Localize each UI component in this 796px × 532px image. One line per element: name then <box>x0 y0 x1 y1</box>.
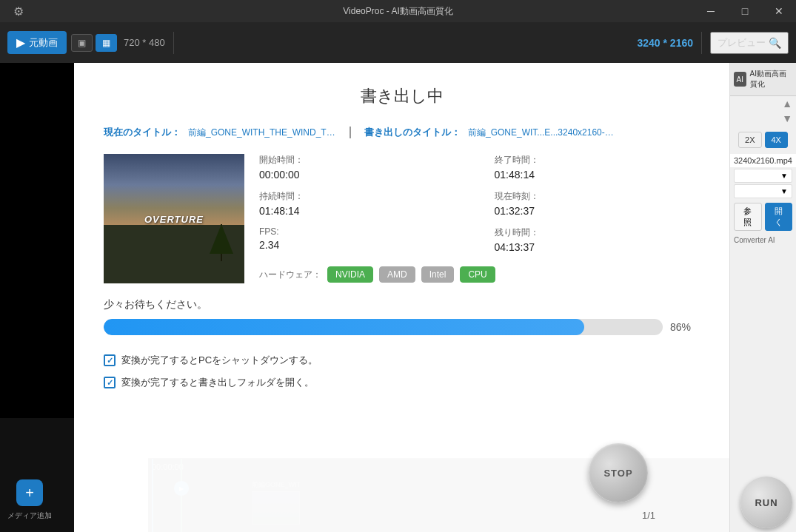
scroll-down-button[interactable]: ▼ <box>730 111 796 126</box>
progress-wrapper: 86% <box>104 319 700 335</box>
output-file-row: 3240x2160.mp4 <box>730 154 796 167</box>
checkbox-row-2[interactable]: 変換が完了すると書き出しフォルダを開く。 <box>104 376 700 389</box>
export-dialog: 書き出し中 現在のタイトル： 前編_GONE_WITH_THE_WIND_T1.… <box>74 63 729 532</box>
fps-item: FPS: 2.34 <box>259 226 465 254</box>
remaining-time-label: 残り時間： <box>495 226 700 239</box>
toggle-btn-1[interactable]: ▣ <box>71 34 93 52</box>
resolution-original: ▣ ▦ 720 * 480 <box>71 34 165 52</box>
output-title-label: 書き出しのタイトル： <box>364 126 461 139</box>
run-button[interactable]: RUN <box>740 477 792 528</box>
video-icon: ▶ <box>16 36 25 50</box>
original-resolution: 720 * 480 <box>124 37 165 48</box>
dialog-title: 書き出し中 <box>104 85 700 107</box>
toolbar-separator <box>173 32 174 54</box>
info-section: OVERTURE 開始時間： 00:00:00 終了時間： 01:48:14 持… <box>104 154 700 283</box>
maximize-button[interactable]: □ <box>728 0 762 22</box>
output-dropdown-2[interactable]: ▼ <box>734 184 792 198</box>
open-button[interactable]: 開く <box>765 203 793 231</box>
settings-icon: ⚙ <box>13 4 24 18</box>
hardware-label: ハードウェア： <box>259 269 321 281</box>
sidebar-header: AI AI動画高画質化 <box>730 63 796 96</box>
duration-item: 持続時間： 01:48:14 <box>259 190 465 218</box>
toolbar: ▶ 元動画 ▣ ▦ 720 * 480 3240 * 2160 プレビュー 🔍 <box>0 22 796 63</box>
page-counter: 1/1 <box>642 510 655 521</box>
info-grid: 開始時間： 00:00:00 終了時間： 01:48:14 持続時間： 01:4… <box>259 154 700 283</box>
fps-label: FPS: <box>259 226 465 237</box>
plus-icon: + <box>25 485 34 502</box>
toggle-btn-2[interactable]: ▦ <box>96 34 117 52</box>
source-video-button[interactable]: ▶ 元動画 <box>7 31 67 54</box>
minimize-button[interactable]: ─ <box>694 0 728 22</box>
settings-button[interactable]: ⚙ <box>7 0 30 22</box>
cpu-button[interactable]: CPU <box>460 266 495 283</box>
amd-button[interactable]: AMD <box>379 266 415 283</box>
duration-label: 持続時間： <box>259 190 465 203</box>
converter-label: Converter AI <box>730 234 796 246</box>
source-video-label: 元動画 <box>29 36 58 50</box>
waiting-text: 少々お待ちください。 <box>104 298 700 312</box>
dialog-content: 書き出し中 現在のタイトル： 前編_GONE_WITH_THE_WIND_T1.… <box>74 63 729 411</box>
ai-title: AI動画高画質化 <box>750 69 792 90</box>
media-add-icon: + <box>16 479 43 506</box>
thumbnail-tree <box>221 224 222 261</box>
title-separator <box>349 127 351 138</box>
shutdown-checkbox[interactable] <box>104 354 116 366</box>
end-time-label: 終了時間： <box>495 154 700 166</box>
start-time-item: 開始時間： 00:00:00 <box>259 154 465 181</box>
start-time-value: 00:00:00 <box>259 169 465 181</box>
chevron-down-icon-2: ▼ <box>780 187 788 195</box>
scroll-up-button[interactable]: ▲ <box>730 96 796 111</box>
fps-value: 2.34 <box>259 239 465 251</box>
left-panel: + メディア追加 <box>0 63 74 532</box>
toolbar-separator-2 <box>701 32 702 54</box>
title-bar: ⚙ VideoProc - AI動画高画質化 ─ □ ✕ <box>0 0 796 22</box>
scale-4x-button[interactable]: 4X <box>765 132 788 148</box>
media-add-button[interactable]: + メディア追加 <box>7 479 52 521</box>
thumbnail-overlay-text: OVERTURE <box>144 213 204 224</box>
chevron-down-icon: ▼ <box>780 172 788 180</box>
open-folder-label: 変換が完了すると書き出しフォルダを開く。 <box>121 376 314 389</box>
scale-2x-button[interactable]: 2X <box>738 132 761 148</box>
scale-btn-row: 2X 4X <box>734 132 792 148</box>
app-title: VideoProc - AI動画高画質化 <box>343 5 453 18</box>
progress-bar-fill <box>104 319 584 335</box>
hardware-row: ハードウェア： NVIDIA AMD Intel CPU <box>259 266 700 283</box>
intel-button[interactable]: Intel <box>421 266 455 283</box>
window-controls: ─ □ ✕ <box>694 0 796 22</box>
open-folder-checkbox[interactable] <box>104 377 116 388</box>
progress-percent-label: 86% <box>670 321 700 333</box>
preview-label: プレビュー <box>718 36 766 50</box>
end-time-item: 終了時間： 01:48:14 <box>495 154 700 181</box>
current-filename: 前編_GONE_WITH_THE_WIND_T1.mp4 <box>188 127 336 139</box>
output-dropdown-1[interactable]: ▼ <box>734 169 792 183</box>
run-label: RUN <box>755 497 777 508</box>
preview-button[interactable]: プレビュー 🔍 <box>710 32 789 54</box>
refer-button[interactable]: 参照 <box>734 203 762 231</box>
current-title-label: 現在のタイトル： <box>104 126 181 139</box>
end-time-value: 01:48:14 <box>495 169 700 181</box>
shutdown-label: 変換が完了するとPCをシャットダウンする。 <box>121 354 318 367</box>
current-time-item: 現在時刻： 01:32:37 <box>495 190 700 218</box>
checkbox-section: 変換が完了するとPCをシャットダウンする。 変換が完了すると書き出しフォルダを開… <box>104 354 700 389</box>
close-button[interactable]: ✕ <box>762 0 796 22</box>
output-resolution: 3240 * 2160 <box>637 37 693 49</box>
checkbox-row-1[interactable]: 変換が完了するとPCをシャットダウンする。 <box>104 354 700 367</box>
stop-button-container: STOP <box>589 443 648 502</box>
run-button-container: RUN <box>740 477 792 528</box>
current-time-value: 01:32:37 <box>495 205 700 217</box>
ai-icon: AI <box>734 72 746 87</box>
nvidia-button[interactable]: NVIDIA <box>327 266 373 283</box>
remaining-time-value: 04:13:37 <box>495 241 700 253</box>
media-add-label: メディア追加 <box>7 511 52 521</box>
progress-section: 少々お待ちください。 86% <box>104 298 700 335</box>
output-actions: 参照 開く <box>730 200 796 234</box>
stop-button[interactable]: STOP <box>589 443 648 502</box>
start-time-label: 開始時間： <box>259 154 465 166</box>
current-time-label: 現在時刻： <box>495 190 700 203</box>
output-filename: 前編_GONE_WIT...E...3240x2160-2.mp4 <box>468 127 616 139</box>
duration-value: 01:48:14 <box>259 205 465 217</box>
right-sidebar: AI AI動画高画質化 ▲ ▼ 2X 4X 3240x2160.mp4 ▼ ▼ … <box>729 63 796 532</box>
title-row: 現在のタイトル： 前編_GONE_WITH_THE_WIND_T1.mp4 書き… <box>104 126 700 139</box>
hardware-item: ハードウェア： NVIDIA AMD Intel CPU <box>259 263 700 283</box>
stop-label: STOP <box>603 468 632 479</box>
